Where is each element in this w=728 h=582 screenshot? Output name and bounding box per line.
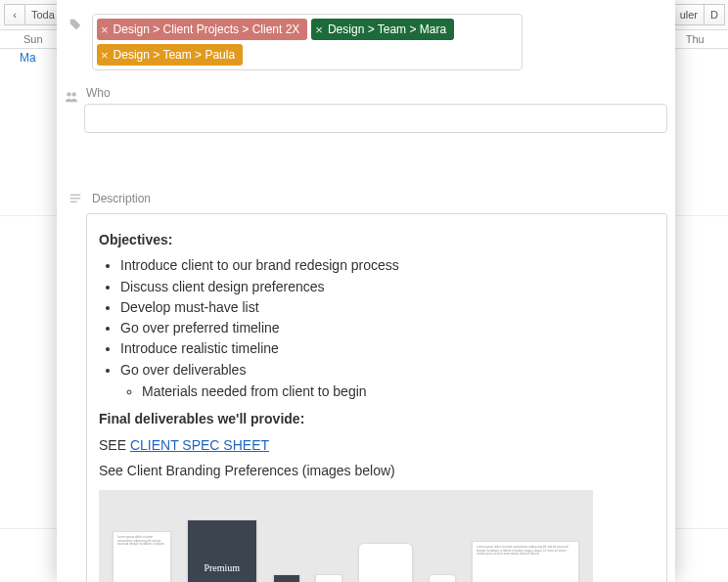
list-item: Introduce client to our brand redesign p… — [120, 255, 655, 275]
svg-point-1 — [71, 92, 75, 96]
list-item: Go over preferred timeline — [120, 318, 655, 337]
final-deliverables-heading: Final deliverables we'll provide: — [99, 411, 304, 426]
list-item: Discuss client design preferences — [120, 277, 655, 296]
who-row: Who — [57, 82, 675, 139]
scheduler-tab-fragment[interactable]: uler — [673, 4, 705, 25]
tag-label: Design > Team > Mara — [328, 22, 446, 36]
list-item: Introduce realistic timeline — [120, 338, 655, 358]
svg-rect-2 — [70, 195, 81, 196]
people-icon — [65, 86, 78, 104]
tag-label: Design > Team > Paula — [114, 48, 236, 62]
see-line: SEE CLIENT SPEC SHEET — [99, 435, 655, 455]
list-item: Go over deliverables Materials needed fr… — [120, 360, 655, 402]
objectives-list: Introduce client to our brand redesign p… — [99, 255, 655, 401]
event-modal: × Design > Client Projects > Client 2X ×… — [57, 0, 675, 582]
description-editor[interactable]: Objectives: Introduce client to our bran… — [86, 213, 667, 582]
who-input[interactable] — [84, 104, 667, 133]
tag-icon — [65, 14, 86, 31]
day-tab-fragment[interactable]: D — [704, 4, 725, 25]
list-item: Develop must-have list — [120, 297, 655, 317]
svg-rect-4 — [70, 201, 77, 202]
svg-rect-3 — [70, 198, 81, 199]
list-item: Materials needed from client to begin — [142, 381, 655, 401]
folder-tag[interactable]: × Design > Team > Mara — [311, 19, 454, 40]
remove-tag-icon[interactable]: × — [101, 23, 109, 36]
branding-line: See Client Branding Preferences (images … — [99, 461, 655, 480]
folder-tag[interactable]: × Design > Client Projects > Client 2X — [97, 19, 307, 40]
prev-button[interactable]: ‹ — [4, 4, 25, 25]
objectives-heading: Objectives: — [99, 232, 172, 247]
tag-label: Design > Client Projects > Client 2X — [114, 22, 300, 36]
who-label: Who — [84, 86, 667, 100]
branding-preview-image: Lorem ipsum dolor sit amet consectetur a… — [99, 490, 593, 582]
remove-tag-icon[interactable]: × — [315, 23, 323, 36]
description-header: Description — [57, 188, 675, 209]
description-icon — [65, 192, 86, 205]
folder-tags-field[interactable]: × Design > Client Projects > Client 2X ×… — [92, 14, 523, 70]
tags-row: × Design > Client Projects > Client 2X ×… — [57, 10, 675, 76]
remove-tag-icon[interactable]: × — [101, 49, 109, 62]
client-spec-sheet-link[interactable]: CLIENT SPEC SHEET — [130, 437, 269, 453]
svg-point-0 — [67, 92, 70, 96]
description-label: Description — [92, 192, 151, 205]
folder-tag[interactable]: × Design > Team > Paula — [97, 44, 243, 66]
